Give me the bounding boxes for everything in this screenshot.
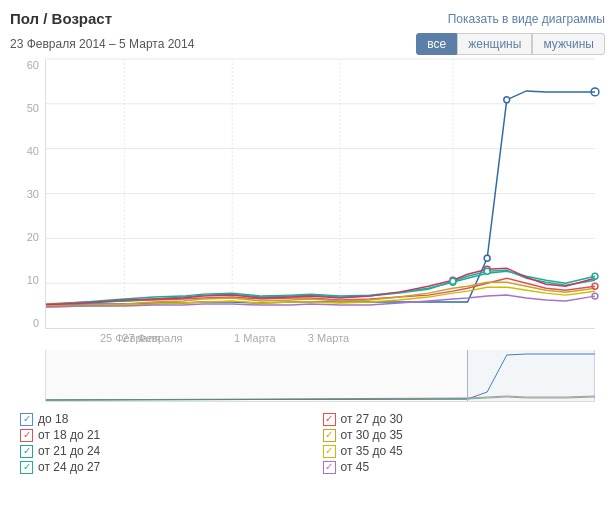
y-axis: 0 10 20 30 40 50 60 [10, 59, 43, 329]
y-label-10: 10 [10, 274, 43, 286]
legend-checkbox-27to30[interactable] [323, 413, 336, 426]
legend-item-45plus: от 45 [323, 460, 606, 474]
y-label-40: 40 [10, 145, 43, 157]
legend-item-30to35: от 30 до 35 [323, 428, 606, 442]
y-label-30: 30 [10, 188, 43, 200]
svg-rect-10 [468, 350, 595, 402]
legend-item-27to30: от 27 до 30 [323, 412, 606, 426]
chart-svg-wrapper: 25 Февраля 27 Февраля 1 Марта 3 Марта [45, 59, 595, 344]
legend-item-24to27: от 24 до 27 [20, 460, 303, 474]
dot-24-27-peak [450, 278, 456, 284]
sub-header: 23 Февраля 2014 – 5 Марта 2014 все женщи… [10, 33, 605, 55]
filter-all[interactable]: все [416, 33, 457, 55]
main-chart-svg [45, 59, 595, 329]
legend-label-u18: до 18 [38, 412, 68, 426]
legend-item-21to24: от 21 до 24 [20, 444, 303, 458]
legend-label-45plus: от 45 [341, 460, 370, 474]
legend-item-18to21: от 18 до 21 [20, 428, 303, 442]
header: Пол / Возраст Показать в виде диаграммы [10, 10, 605, 27]
legend-checkbox-30to35[interactable] [323, 429, 336, 442]
filter-buttons: все женщины мужчины [416, 33, 605, 55]
dot-21-24-peak2 [484, 268, 490, 274]
legend-label-21to24: от 21 до 24 [38, 444, 100, 458]
date-range: 23 Февраля 2014 – 5 Марта 2014 [10, 37, 194, 51]
legend-checkbox-u18[interactable] [20, 413, 33, 426]
legend-checkbox-21to24[interactable] [20, 445, 33, 458]
mini-chart-svg [46, 350, 595, 402]
main-container: Пол / Возраст Показать в виде диаграммы … [0, 0, 615, 484]
legend-item-35to45: от 35 до 45 [323, 444, 606, 458]
x-label-27feb: 27 Февраля [122, 332, 182, 344]
legend-checkbox-35to45[interactable] [323, 445, 336, 458]
legend-label-30to35: от 30 до 35 [341, 428, 403, 442]
x-label-1mar: 1 Марта [234, 332, 276, 344]
y-label-60: 60 [10, 59, 43, 71]
legend-checkbox-24to27[interactable] [20, 461, 33, 474]
y-label-50: 50 [10, 102, 43, 114]
show-chart-link[interactable]: Показать в виде диаграммы [448, 12, 605, 26]
legend-item-u18: до 18 [20, 412, 303, 426]
legend-label-18to21: от 18 до 21 [38, 428, 100, 442]
filter-women[interactable]: женщины [457, 33, 532, 55]
x-label-3mar: 3 Марта [308, 332, 350, 344]
legend: до 18 от 27 до 30 от 18 до 21 от 30 до 3… [20, 412, 605, 474]
chart-area: 0 10 20 30 40 50 60 [10, 59, 605, 402]
mini-chart [45, 350, 595, 402]
legend-checkbox-18to21[interactable] [20, 429, 33, 442]
x-axis: 25 Февраля 27 Февраля 1 Марта 3 Марта [45, 332, 595, 344]
legend-label-35to45: от 35 до 45 [341, 444, 403, 458]
legend-checkbox-45plus[interactable] [323, 461, 336, 474]
page-title: Пол / Возраст [10, 10, 112, 27]
dot-u18-spike1 [484, 255, 490, 261]
dot-u18-spike2 [504, 97, 510, 103]
y-label-20: 20 [10, 231, 43, 243]
legend-label-24to27: от 24 до 27 [38, 460, 100, 474]
filter-men[interactable]: мужчины [532, 33, 605, 55]
legend-label-27to30: от 27 до 30 [341, 412, 403, 426]
y-label-0: 0 [10, 317, 43, 329]
